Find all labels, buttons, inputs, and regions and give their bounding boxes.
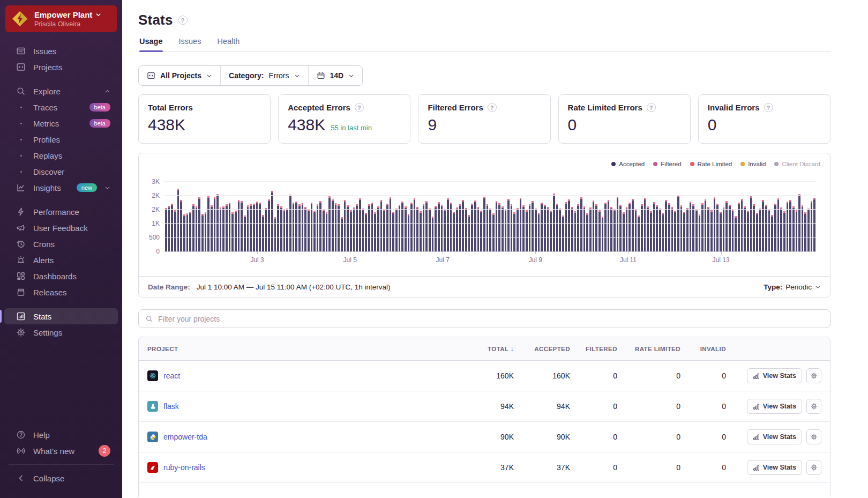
project-link[interactable]: empower-tda — [163, 433, 207, 441]
help-icon — [16, 430, 26, 440]
chart-bar — [214, 197, 216, 251]
tab-issues[interactable]: Issues — [179, 37, 201, 51]
legend-dot-icon — [611, 162, 616, 166]
chart-bar — [280, 206, 282, 251]
chart-bar — [674, 211, 676, 251]
siren-icon — [16, 255, 26, 265]
legend-item-filtered[interactable]: Filtered — [653, 161, 681, 167]
view-stats-button[interactable]: View Stats — [747, 399, 802, 414]
col-rate-limited[interactable]: RATE LIMITED — [617, 346, 680, 352]
chart-bar — [308, 210, 310, 251]
category-dropdown[interactable]: Category: Errors — [220, 66, 308, 85]
col-accepted[interactable]: ACCEPTED — [514, 346, 570, 352]
chart-bar — [789, 200, 791, 251]
sidebar-item-projects[interactable]: Projects — [4, 59, 118, 75]
sidebar-item-performance[interactable]: Performance — [4, 204, 118, 220]
chart-bar — [474, 200, 476, 251]
chart-bar — [304, 207, 306, 251]
org-switcher[interactable]: Empower Plant Priscila Oliveira — [5, 5, 117, 32]
sidebar-item-stats[interactable]: Stats — [4, 308, 118, 324]
sidebar-item-replays[interactable]: Replays — [4, 147, 118, 163]
project-settings-button[interactable] — [806, 429, 821, 444]
col-project[interactable]: PROJECT — [147, 346, 460, 352]
chart-bar — [695, 210, 698, 251]
chart-bar — [226, 204, 228, 251]
chart-bar — [283, 210, 286, 251]
col-invalid[interactable]: INVALID — [680, 346, 726, 352]
project-filter-dropdown[interactable]: All Projects — [139, 66, 220, 85]
col-filtered[interactable]: FILTERED — [570, 346, 617, 352]
sidebar-item-insights[interactable]: Insights new — [4, 180, 118, 196]
sidebar-item-profiles[interactable]: Profiles — [4, 131, 118, 147]
projects-icon — [147, 71, 155, 80]
chart-bar — [414, 198, 416, 251]
sidebar-item-whats-new[interactable]: What's new 2 — [4, 443, 118, 459]
type-dropdown[interactable]: Type: Periodic — [764, 283, 821, 291]
chevron-down-icon — [294, 73, 300, 79]
help-icon[interactable]: ? — [355, 103, 364, 112]
chart-bar — [811, 201, 813, 251]
sidebar-item-discover[interactable]: Discover — [4, 163, 118, 180]
invalid-errors-value: 0 — [708, 116, 717, 134]
bar-chart-icon — [753, 434, 760, 441]
sidebar-item-releases[interactable]: Releases — [4, 284, 118, 300]
cell-filtered: 0 — [570, 433, 617, 441]
sidebar-item-dashboards[interactable]: Dashboards — [4, 268, 118, 284]
gridline — [164, 223, 816, 224]
whats-new-count-badge: 2 — [99, 445, 110, 457]
view-stats-button[interactable]: View Stats — [747, 460, 802, 475]
sidebar-item-metrics[interactable]: Metrics beta — [4, 115, 118, 131]
cell-filtered: 0 — [570, 371, 617, 380]
sidebar-item-alerts[interactable]: Alerts — [4, 252, 118, 268]
legend-item-rate-limited[interactable]: Rate Limited — [690, 161, 732, 167]
chart-legend: AcceptedFilteredRate LimitedInvalidClien… — [611, 161, 820, 167]
sidebar-item-help[interactable]: Help — [4, 427, 118, 443]
chart-bar — [383, 210, 385, 251]
date-range-dropdown[interactable]: 14D — [308, 66, 363, 85]
project-link[interactable]: react — [163, 371, 180, 380]
project-search-input[interactable] — [158, 315, 824, 323]
col-total[interactable]: TOTAL↓ — [460, 345, 514, 353]
tab-health[interactable]: Health — [217, 37, 240, 51]
bar-chart-icon — [753, 403, 760, 410]
sidebar-item-traces[interactable]: Traces beta — [4, 99, 118, 115]
chart-bar — [638, 215, 640, 251]
chart-bar — [602, 217, 604, 251]
sidebar-item-user-feedback[interactable]: User Feedback — [4, 220, 118, 236]
sidebar-item-settings[interactable]: Settings — [4, 324, 118, 340]
chart-bar — [714, 197, 716, 251]
chart-bar — [522, 205, 525, 251]
chart-bar — [662, 213, 664, 251]
bullet-icon — [16, 171, 26, 173]
sidebar-item-crons[interactable]: Crons — [4, 236, 118, 252]
help-icon[interactable]: ? — [764, 103, 773, 112]
page-help-icon[interactable]: ? — [178, 16, 188, 25]
legend-item-accepted[interactable]: Accepted — [611, 161, 645, 167]
sidebar-item-explore[interactable]: Explore — [4, 83, 118, 99]
chart-bar — [659, 209, 661, 251]
help-icon[interactable]: ? — [647, 103, 656, 112]
chart-bar — [165, 208, 167, 251]
cell-rate-limited: 0 — [617, 433, 680, 441]
chart-bar — [505, 210, 507, 251]
sidebar-item-issues[interactable]: Issues — [4, 43, 118, 59]
clock-icon — [16, 239, 26, 249]
project-link[interactable]: ruby-on-rails — [163, 463, 205, 472]
help-icon[interactable]: ? — [488, 103, 497, 112]
view-stats-button[interactable]: View Stats — [747, 429, 802, 444]
project-link[interactable]: flask — [163, 402, 179, 411]
sidebar-collapse-button[interactable]: Collapse — [4, 470, 118, 486]
project-settings-button[interactable] — [806, 368, 821, 383]
legend-item-invalid[interactable]: Invalid — [740, 161, 766, 167]
view-stats-button[interactable]: View Stats — [747, 368, 802, 383]
project-settings-button[interactable] — [806, 460, 821, 475]
chart-bar — [231, 212, 234, 251]
x-axis-label: Jul 3 — [250, 256, 264, 264]
chart-bar — [222, 206, 225, 251]
legend-item-client-discard[interactable]: Client Discard — [774, 161, 820, 167]
chevron-down-icon — [104, 185, 110, 191]
tab-usage[interactable]: Usage — [139, 37, 163, 51]
chart-bar — [471, 204, 473, 251]
chart-bar — [317, 204, 319, 251]
project-settings-button[interactable] — [806, 399, 821, 414]
